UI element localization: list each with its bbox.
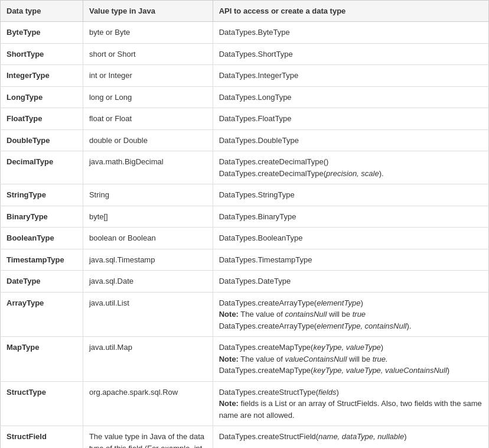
cell-java: String <box>83 184 213 206</box>
cell-api: DataTypes.LongType <box>213 86 488 108</box>
table-row: StringTypeStringDataTypes.StringType <box>1 184 489 206</box>
cell-java: org.apache.spark.sql.Row <box>83 381 213 426</box>
table-row: StructFieldThe value type in Java of the… <box>1 426 489 449</box>
cell-java: byte[] <box>83 206 213 228</box>
cell-java: short or Short <box>83 43 213 65</box>
header-datatype: Data type <box>1 1 83 22</box>
cell-datatype: IntegerType <box>1 65 83 87</box>
cell-api: DataTypes.BooleanType <box>213 228 488 249</box>
cell-api: DataTypes.DoubleType <box>213 129 488 151</box>
header-api: API to access or create a data type <box>213 1 488 22</box>
cell-datatype: DoubleType <box>1 129 83 151</box>
cell-api: DataTypes.ByteType <box>213 22 488 44</box>
cell-api: DataTypes.createStructField(name, dataTy… <box>213 426 488 449</box>
cell-java: byte or Byte <box>83 22 213 44</box>
table-row: LongTypelong or LongDataTypes.LongType <box>1 86 489 108</box>
cell-datatype: BooleanType <box>1 228 83 249</box>
table-row: IntegerTypeint or IntegerDataTypes.Integ… <box>1 65 489 87</box>
cell-java: float or Float <box>83 108 213 130</box>
cell-java: boolean or Boolean <box>83 228 213 249</box>
cell-datatype: ArrayType <box>1 292 83 337</box>
data-types-table: Data type Value type in Java API to acce… <box>0 0 489 448</box>
cell-datatype: FloatType <box>1 108 83 130</box>
cell-api: DataTypes.DateType <box>213 271 488 293</box>
table-header-row: Data type Value type in Java API to acce… <box>1 1 489 22</box>
header-java: Value type in Java <box>83 1 213 22</box>
cell-datatype: LongType <box>1 86 83 108</box>
cell-java: The value type in Java of the data type … <box>83 426 213 449</box>
cell-datatype: ShortType <box>1 43 83 65</box>
table-row: DoubleTypedouble or DoubleDataTypes.Doub… <box>1 129 489 151</box>
cell-api: DataTypes.IntegerType <box>213 65 488 87</box>
cell-datatype: BinaryType <box>1 206 83 228</box>
cell-datatype: DecimalType <box>1 151 83 184</box>
cell-api: DataTypes.FloatType <box>213 108 488 130</box>
table-row: StructTypeorg.apache.spark.sql.RowDataTy… <box>1 381 489 426</box>
cell-java: java.util.Map <box>83 337 213 382</box>
cell-datatype: DateType <box>1 271 83 293</box>
cell-java: java.sql.Date <box>83 271 213 293</box>
cell-api: DataTypes.createDecimalType()DataTypes.c… <box>213 151 488 184</box>
cell-api: DataTypes.createArrayType(elementType)No… <box>213 292 488 337</box>
cell-java: int or Integer <box>83 65 213 87</box>
cell-java: long or Long <box>83 86 213 108</box>
cell-datatype: MapType <box>1 337 83 382</box>
cell-java: java.util.List <box>83 292 213 337</box>
table-row: BooleanTypeboolean or BooleanDataTypes.B… <box>1 228 489 249</box>
main-container: Data type Value type in Java API to acce… <box>0 0 489 448</box>
cell-api: DataTypes.createMapType(keyType, valueTy… <box>213 337 488 382</box>
cell-api: DataTypes.createStructType(fields)Note: … <box>213 381 488 426</box>
cell-api: DataTypes.ShortType <box>213 43 488 65</box>
cell-api: DataTypes.StringType <box>213 184 488 206</box>
cell-datatype: StringType <box>1 184 83 206</box>
table-row: ShortTypeshort or ShortDataTypes.ShortTy… <box>1 43 489 65</box>
table-row: FloatTypefloat or FloatDataTypes.FloatTy… <box>1 108 489 130</box>
cell-datatype: ByteType <box>1 22 83 44</box>
cell-java: java.math.BigDecimal <box>83 151 213 184</box>
table-row: TimestampTypejava.sql.TimestampDataTypes… <box>1 249 489 271</box>
table-row: ByteTypebyte or ByteDataTypes.ByteType <box>1 22 489 44</box>
table-row: ArrayTypejava.util.ListDataTypes.createA… <box>1 292 489 337</box>
table-row: BinaryTypebyte[]DataTypes.BinaryType <box>1 206 489 228</box>
cell-datatype: StructField <box>1 426 83 449</box>
cell-java: double or Double <box>83 129 213 151</box>
cell-java: java.sql.Timestamp <box>83 249 213 271</box>
table-row: DecimalTypejava.math.BigDecimalDataTypes… <box>1 151 489 184</box>
cell-api: DataTypes.BinaryType <box>213 206 488 228</box>
cell-datatype: TimestampType <box>1 249 83 271</box>
table-row: DateTypejava.sql.DateDataTypes.DateType <box>1 271 489 293</box>
table-row: MapTypejava.util.MapDataTypes.createMapT… <box>1 337 489 382</box>
cell-api: DataTypes.TimestampType <box>213 249 488 271</box>
cell-datatype: StructType <box>1 381 83 426</box>
